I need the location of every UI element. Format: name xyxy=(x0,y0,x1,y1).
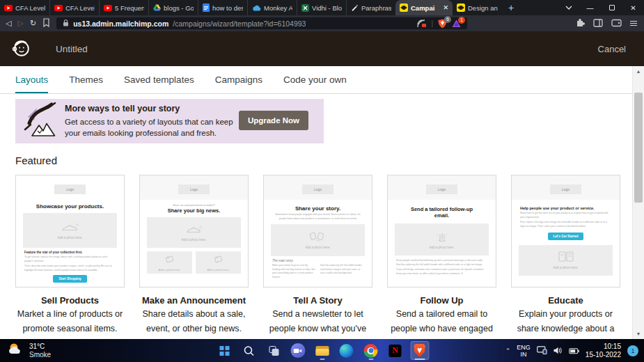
browser-tab[interactable]: how to desi xyxy=(198,0,247,15)
photo-placeholder-label: Add a photo here. xyxy=(159,268,181,272)
banner-body: Get access to a variety of layouts that … xyxy=(65,116,240,139)
netflix-button[interactable]: N xyxy=(386,341,405,360)
template-preview[interactable]: Logo Showcase your products. Add a photo… xyxy=(15,175,125,288)
logo-placeholder: Logo xyxy=(54,184,86,194)
menu-icon[interactable] xyxy=(630,19,637,27)
brave-rewards-icon[interactable]: 1 xyxy=(452,19,461,28)
battery-icon[interactable] xyxy=(569,345,579,357)
preview-cta-button: Let's Get Started xyxy=(548,233,584,240)
minimize-button[interactable]: — xyxy=(579,0,601,15)
reload-button[interactable]: ↻ xyxy=(30,19,36,27)
extensions-puzzle-icon[interactable] xyxy=(575,17,585,30)
leaping-figure-illustration xyxy=(24,102,58,141)
photo-placeholder-label: Add a photo here. xyxy=(207,268,230,272)
mailchimp-logo-icon[interactable] xyxy=(10,36,32,61)
card-title[interactable]: Tell A Story xyxy=(263,295,372,306)
cancel-button[interactable]: Cancel xyxy=(598,44,626,54)
tab-label: how to desi xyxy=(212,4,243,12)
photo-placeholder-label: Add a photo here. xyxy=(58,236,83,239)
tab-label: Design an E xyxy=(468,4,498,12)
mailchimp-header: Untitled Cancel xyxy=(0,31,644,66)
tab-campaigns[interactable]: Campaigns xyxy=(215,74,262,93)
template-card-tell-a-story: Logo Share your story. Newsletters keep … xyxy=(263,175,372,351)
lock-icon xyxy=(63,19,69,28)
browser-tab[interactable]: Paraphrasin xyxy=(346,0,395,15)
task-view-button[interactable] xyxy=(264,341,283,360)
browser-tab[interactable]: Design an E xyxy=(453,0,502,15)
brave-icon xyxy=(414,344,425,357)
screen: CFA Level 1 CFA Level 1 5 Frequently blo… xyxy=(0,0,644,362)
chrome-browser-button[interactable] xyxy=(361,341,380,360)
banner-title: More ways to tell your story xyxy=(65,104,240,113)
cast-device-icon[interactable] xyxy=(537,345,547,357)
back-button[interactable]: ◁ xyxy=(6,19,11,27)
photo-placeholder: Add a photo here. xyxy=(519,245,613,276)
tab-code-your-own[interactable]: Code your own xyxy=(283,74,347,93)
tab-search-chevron-icon[interactable] xyxy=(558,0,579,15)
maximize-button[interactable] xyxy=(601,0,622,15)
language-switcher[interactable]: ENG IN xyxy=(517,344,531,358)
template-preview[interactable]: Logo Send a tailored follow-up email. Ad… xyxy=(387,175,496,288)
photo-placeholder: Add a photo here. xyxy=(23,213,117,248)
taskbar-clock[interactable]: 10:15 15-10-2022 xyxy=(586,343,621,359)
clock-time: 10:15 xyxy=(586,343,621,351)
card-title[interactable]: Sell Products xyxy=(15,295,125,306)
excel-icon xyxy=(301,4,309,12)
new-tab-button[interactable]: + xyxy=(502,0,520,15)
preview-heading: Share your story. xyxy=(269,205,366,212)
preview-paragraph: Then, describe what makes your product u… xyxy=(24,265,116,272)
browser-tab[interactable]: 5 Frequently xyxy=(99,0,148,15)
scrollbar-thumb[interactable] xyxy=(634,93,643,203)
close-button[interactable]: ✕ xyxy=(622,0,644,15)
language-line1: ENG xyxy=(517,344,531,351)
scroll-up-icon[interactable]: ▲ xyxy=(633,66,644,77)
wallet-icon[interactable] xyxy=(611,17,622,30)
mailchimp-icon xyxy=(457,3,465,12)
preview-heading: Share your big news. xyxy=(146,207,242,214)
card-title[interactable]: Make an Announcement xyxy=(139,295,249,306)
tab-layouts[interactable]: Layouts xyxy=(15,74,48,93)
banner-text: More ways to tell your story Get access … xyxy=(65,104,240,139)
card-title[interactable]: Follow Up xyxy=(387,295,496,306)
template-preview[interactable]: Logo Help people use your product or ser… xyxy=(511,175,620,288)
forward-button[interactable]: ▷ xyxy=(17,19,23,27)
card-title[interactable]: Educate xyxy=(511,295,620,306)
browser-tab-active[interactable]: Campai ✕ xyxy=(395,0,453,15)
tab-close-icon[interactable]: ✕ xyxy=(443,4,448,11)
photo-placeholder: Add a photo here. xyxy=(271,224,365,256)
browser-tab[interactable]: CFA Level 1 xyxy=(0,0,49,15)
browser-tab[interactable]: Vidhi - Blog xyxy=(297,0,346,15)
taskbar-weather-widget[interactable]: 31°C Smoke xyxy=(7,342,51,359)
preview-heading: Help people use your product or service. xyxy=(520,206,611,210)
edge-browser-button[interactable] xyxy=(337,341,356,360)
tab-themes[interactable]: Themes xyxy=(69,74,103,93)
volume-icon[interactable] xyxy=(553,345,563,357)
weather-condition: Smoke xyxy=(29,351,51,359)
scroll-down-icon[interactable]: ▼ xyxy=(633,329,644,339)
file-explorer-button[interactable] xyxy=(313,341,331,360)
sidebar-icon[interactable] xyxy=(593,17,603,30)
browser-tab[interactable]: CFA Level 1 xyxy=(49,0,99,15)
url-field[interactable]: us13.admin.mailchimp.com/campaigns/wizar… xyxy=(56,17,467,29)
notification-count-badge[interactable]: 1 xyxy=(627,345,638,356)
cast-blocked-icon[interactable] xyxy=(417,19,427,28)
brave-browser-button[interactable] xyxy=(410,341,429,360)
photo-placeholder: Add a photo here. xyxy=(395,223,489,255)
browser-tab[interactable]: Monkey Ads xyxy=(247,0,297,15)
brave-shield-icon[interactable]: 6 xyxy=(438,19,447,29)
upgrade-now-button[interactable]: Upgrade Now xyxy=(239,111,308,130)
template-preview[interactable]: Logo Share your story. Newsletters keep … xyxy=(263,175,372,288)
search-button[interactable] xyxy=(239,341,258,360)
bookmark-icon[interactable] xyxy=(42,17,50,30)
browser-tab[interactable]: blogs - Goo xyxy=(148,0,198,15)
tab-saved-templates[interactable]: Saved templates xyxy=(124,74,194,93)
taskbar-icons: N xyxy=(215,341,429,360)
start-button[interactable] xyxy=(215,341,234,360)
preview-column-text: Start by replacing the full-width header… xyxy=(320,264,363,279)
hidden-icons-chevron[interactable]: ⌃ xyxy=(505,347,511,354)
tab-label: Vidhi - Blog xyxy=(312,4,342,12)
shoe-icon xyxy=(185,224,203,237)
template-preview[interactable]: Logo Have an announcement to make? Share… xyxy=(139,175,249,288)
chat-button[interactable] xyxy=(288,341,307,360)
vertical-scrollbar[interactable]: ▲ ▼ xyxy=(632,66,644,339)
